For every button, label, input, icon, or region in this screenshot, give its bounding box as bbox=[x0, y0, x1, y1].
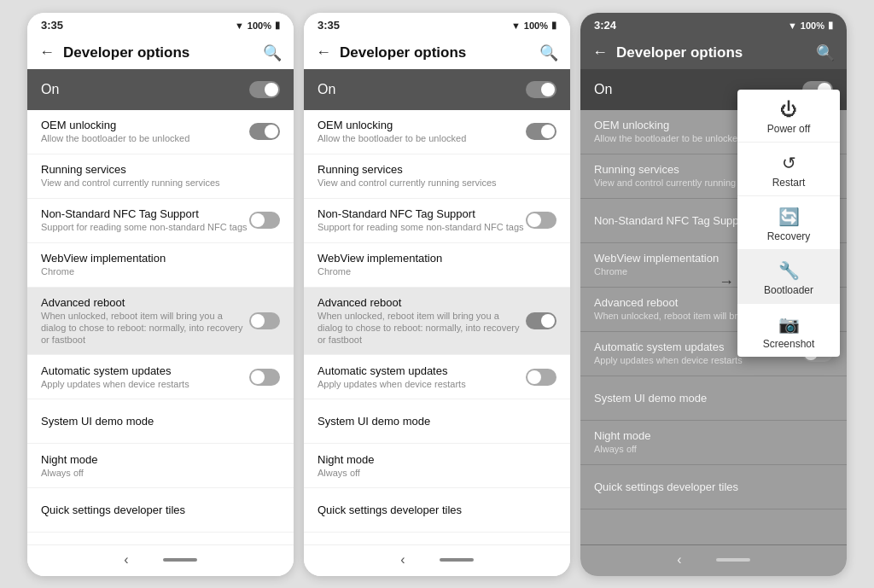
page-title-3: Developer options bbox=[616, 44, 743, 61]
webview-desc-1: Chrome bbox=[41, 265, 280, 277]
search-icon-3[interactable]: 🔍 bbox=[816, 44, 835, 62]
status-bar-1: 3:35 ▼ 100% ▮ bbox=[27, 13, 294, 37]
home-nav-1[interactable] bbox=[163, 558, 197, 562]
setting-oem-2[interactable]: OEM unlocking Allow the bootloader to be… bbox=[304, 110, 570, 154]
back-nav-2[interactable]: ‹ bbox=[400, 552, 405, 568]
webview-title-2: WebView implementation bbox=[318, 252, 556, 265]
popup-power-off[interactable]: ⏻ Power off bbox=[737, 90, 840, 143]
back-nav-1[interactable]: ‹ bbox=[124, 552, 128, 568]
updates-desc-1: Apply updates when device restarts bbox=[41, 378, 249, 390]
night-desc-1: Always off bbox=[41, 467, 280, 479]
phone-1: 3:35 ▼ 100% ▮ ← Developer options 🔍 On O… bbox=[27, 13, 294, 576]
updates-desc-2: Apply updates when device restarts bbox=[318, 378, 526, 390]
home-nav-3[interactable] bbox=[716, 558, 750, 562]
running-title-1: Running services bbox=[41, 163, 280, 176]
phone-3: 3:24 ▼ 100% ▮ ← Developer options 🔍 On O… bbox=[580, 13, 847, 576]
status-bar-3: 3:24 ▼ 100% ▮ bbox=[580, 13, 847, 37]
setting-updates-1[interactable]: Automatic system updates Apply updates w… bbox=[27, 355, 294, 399]
back-button-3[interactable]: ← bbox=[592, 44, 608, 61]
setting-uidemo-3[interactable]: System UI demo mode bbox=[580, 376, 847, 421]
popup-restart[interactable]: ↺ Restart bbox=[737, 143, 840, 196]
setting-nfc-1[interactable]: Non-Standard NFC Tag Support Support for… bbox=[27, 199, 294, 243]
search-icon-2[interactable]: 🔍 bbox=[539, 44, 558, 62]
battery-text-1: 100% bbox=[248, 20, 271, 31]
back-button-1[interactable]: ← bbox=[39, 44, 55, 61]
setting-running-2[interactable]: Running services View and control curren… bbox=[304, 154, 570, 199]
night-desc-2: Always off bbox=[318, 467, 556, 479]
reboot-desc-2: When unlocked, reboot item will bring yo… bbox=[318, 310, 526, 346]
setting-night-1[interactable]: Night mode Always off bbox=[27, 444, 294, 488]
nfc-title-1: Non-Standard NFC Tag Support bbox=[41, 207, 249, 220]
setting-updates-2[interactable]: Automatic system updates Apply updates w… bbox=[304, 355, 570, 399]
on-label-1: On bbox=[41, 82, 59, 97]
setting-webview-2[interactable]: WebView implementation Chrome bbox=[304, 243, 570, 288]
on-label-2: On bbox=[318, 82, 335, 97]
oem-desc-1: Allow the bootloader to be unlocked bbox=[41, 132, 249, 144]
nfc-toggle-1[interactable] bbox=[249, 212, 280, 229]
oem-toggle-2[interactable] bbox=[526, 123, 556, 140]
battery-text-2: 100% bbox=[524, 20, 548, 31]
screenshot-icon: 📷 bbox=[778, 314, 800, 335]
setting-oem-1[interactable]: OEM unlocking Allow the bootloader to be… bbox=[27, 110, 294, 154]
popup-screenshot[interactable]: 📷 Screenshot bbox=[737, 304, 840, 357]
setting-qstiles-3[interactable]: Quick settings developer tiles bbox=[580, 465, 847, 509]
popup-menu: ⏻ Power off ↺ Restart 🔄 Recovery 🔧 Bootl… bbox=[737, 90, 840, 357]
back-nav-3[interactable]: ‹ bbox=[677, 552, 681, 568]
qstiles-title-1: Quick settings developer tiles bbox=[41, 504, 280, 516]
recovery-label: Recovery bbox=[767, 230, 811, 242]
night-title-1: Night mode bbox=[41, 453, 280, 466]
setting-uidemo-1[interactable]: System UI demo mode bbox=[27, 399, 294, 444]
reboot-toggle-2[interactable] bbox=[526, 312, 556, 329]
reboot-toggle-1[interactable] bbox=[249, 312, 280, 329]
setting-webview-1[interactable]: WebView implementation Chrome bbox=[27, 243, 294, 288]
time-2: 3:35 bbox=[318, 19, 340, 32]
reboot-title-1: Advanced reboot bbox=[41, 296, 249, 309]
setting-night-2[interactable]: Night mode Always off bbox=[304, 444, 570, 488]
time-1: 3:35 bbox=[41, 19, 63, 32]
setting-reboot-2[interactable]: Advanced reboot When unlocked, reboot it… bbox=[304, 288, 570, 356]
restart-label: Restart bbox=[772, 177, 806, 189]
bottom-bar-1: ‹ bbox=[27, 544, 294, 576]
night-title-2: Night mode bbox=[318, 453, 556, 466]
setting-night-3[interactable]: Night mode Always off bbox=[580, 421, 847, 465]
setting-running-1[interactable]: Running services View and control curren… bbox=[27, 154, 294, 199]
battery-text-3: 100% bbox=[801, 20, 824, 31]
uidemo-title-1: System UI demo mode bbox=[41, 415, 280, 428]
battery-icon-2: ▮ bbox=[551, 20, 556, 31]
status-icons-2: ▼ 100% ▮ bbox=[511, 20, 556, 31]
nfc-desc-2: Support for reading some non-standard NF… bbox=[318, 221, 526, 233]
setting-qstiles-2[interactable]: Quick settings developer tiles bbox=[304, 488, 570, 533]
on-toggle-2[interactable] bbox=[526, 81, 556, 98]
on-toggle-1[interactable] bbox=[249, 81, 280, 98]
setting-reboot-1[interactable]: Advanced reboot When unlocked, reboot it… bbox=[27, 288, 294, 356]
oem-title-2: OEM unlocking bbox=[318, 119, 526, 131]
restart-icon: ↺ bbox=[782, 153, 796, 173]
power-off-icon: ⏻ bbox=[780, 100, 797, 119]
status-icons-3: ▼ 100% ▮ bbox=[788, 20, 833, 31]
status-bar-2: 3:35 ▼ 100% ▮ bbox=[304, 13, 570, 37]
nfc-toggle-2[interactable] bbox=[526, 212, 556, 229]
popup-bootloader[interactable]: 🔧 Bootloader bbox=[737, 250, 840, 304]
setting-nfc-2[interactable]: Non-Standard NFC Tag Support Support for… bbox=[304, 199, 570, 243]
oem-toggle-1[interactable] bbox=[249, 123, 280, 140]
popup-recovery[interactable]: 🔄 Recovery bbox=[737, 196, 840, 250]
updates-toggle-2[interactable] bbox=[526, 369, 556, 386]
running-desc-1: View and control currently running servi… bbox=[41, 177, 280, 189]
bootloader-label: Bootloader bbox=[764, 284, 813, 296]
night-title-3: Night mode bbox=[594, 429, 833, 442]
home-nav-2[interactable] bbox=[440, 558, 474, 562]
phone-2: 3:35 ▼ 100% ▮ ← Developer options 🔍 On O… bbox=[304, 13, 570, 576]
battery-icon-1: ▮ bbox=[275, 20, 280, 31]
settings-list-2: OEM unlocking Allow the bootloader to be… bbox=[304, 110, 570, 544]
setting-qstiles-1[interactable]: Quick settings developer tiles bbox=[27, 488, 294, 533]
updates-toggle-1[interactable] bbox=[249, 369, 280, 386]
updates-title-2: Automatic system updates bbox=[318, 364, 526, 377]
nfc-desc-1: Support for reading some non-standard NF… bbox=[41, 221, 249, 233]
reboot-title-2: Advanced reboot bbox=[318, 296, 526, 309]
wifi-icon-3: ▼ bbox=[788, 20, 797, 31]
bootloader-icon: 🔧 bbox=[778, 260, 800, 281]
search-icon-1[interactable]: 🔍 bbox=[263, 44, 282, 62]
setting-uidemo-2[interactable]: System UI demo mode bbox=[304, 399, 570, 444]
back-button-2[interactable]: ← bbox=[316, 44, 331, 61]
battery-icon-3: ▮ bbox=[828, 20, 833, 31]
